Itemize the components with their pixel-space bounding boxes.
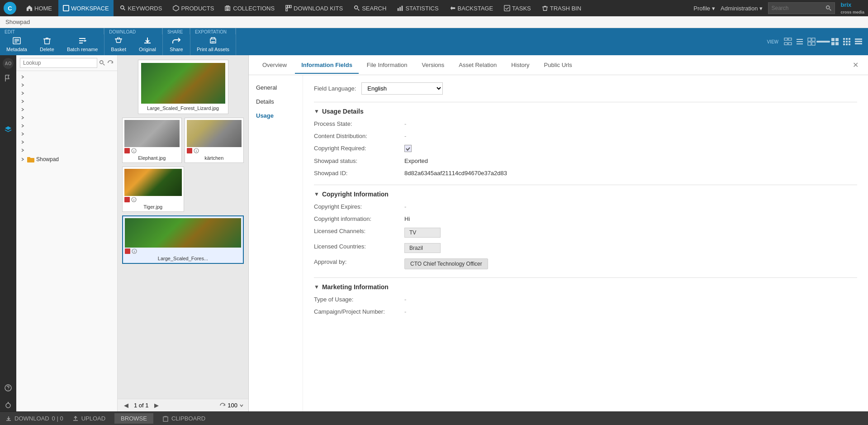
sidebar-icon-power[interactable] [2,399,14,411]
toolbar-original-btn[interactable]: Original [133,34,162,54]
nav-keywords[interactable]: KEYWORDS [115,0,167,16]
tree-item-2[interactable] [16,81,117,89]
tab-file-information[interactable]: File Information [360,57,414,74]
administration-dropdown[interactable]: Administration ▾ [721,5,763,12]
svg-rect-21 [788,43,792,45]
field-checkbox-copyright[interactable] [404,145,412,152]
tree-search-bar [16,55,117,71]
app-logo[interactable]: C [4,2,16,14]
asset-card-lizard2[interactable]: Large_Scaled_Fores... [122,215,244,264]
nav-search[interactable]: SEARCH [349,0,391,16]
prev-page-btn[interactable]: ◀ [122,401,130,409]
asset-card-kartchen[interactable]: kärtchen [185,118,244,163]
download-btn[interactable]: DOWNLOAD 0 | 0 [5,415,63,422]
field-showpad-id: Showpad ID: 8d82a6345aaf21114cd94670e37a… [314,169,857,177]
sidebar-icon-layers[interactable] [2,123,14,136]
field-language-row: Field Language: English German French Sp… [314,82,857,95]
tab-public-urls[interactable]: Public Urls [538,57,579,74]
tab-asset-relation[interactable]: Asset Relation [452,57,503,74]
marketing-info-header[interactable]: ▼ Marketing Information [314,283,857,291]
toolbar-delete-btn[interactable]: Delete [33,34,61,54]
sidebar-details[interactable]: Details [249,95,303,109]
sidebar-icon-user[interactable]: AO [3,58,14,69]
svg-rect-7 [288,5,289,8]
svg-rect-23 [812,38,815,41]
field-value-content-distribution: - [404,133,857,139]
nav-search-input[interactable] [771,5,825,11]
tree-folder-showpad[interactable]: Showpad [16,154,117,164]
tab-versions[interactable]: Versions [415,57,451,74]
nav-trash-bin[interactable]: TRASH BIN [537,0,586,16]
toolbar-basket-btn[interactable]: Basket [104,34,133,54]
tree-search-icon[interactable] [99,60,105,66]
nav-backstage[interactable]: BACKSTAGE [445,0,498,16]
tab-information-fields[interactable]: Information Fields [295,57,359,74]
nav-search-box[interactable] [768,2,835,14]
view-grid-btn[interactable] [806,37,816,47]
view-size-slider[interactable] [818,37,828,47]
nav-collections[interactable]: COLLECTIONS [220,0,279,16]
profile-dropdown[interactable]: Profile ▾ [693,5,715,12]
nav-statistics[interactable]: STATISTICS [393,0,443,16]
toolbar-share-btn[interactable]: Share [163,34,190,54]
view-list-btn[interactable] [795,37,805,47]
per-page-chevron[interactable] [239,403,244,408]
breadcrumb-bar: Showpad [0,16,868,28]
view-tree-btn[interactable] [783,37,793,47]
nav-tasks[interactable]: TASKS [499,0,536,16]
next-page-btn[interactable]: ▶ [152,401,161,409]
asset-card-tiger[interactable]: Tiger.jpg [122,167,184,212]
tree-item-1[interactable] [16,73,117,81]
field-badge-approval-by: CTO Chief Technology Officer [404,258,488,269]
detail-close-btn[interactable]: ✕ [850,60,861,71]
tree-item-3[interactable] [16,89,117,97]
tree-item-5[interactable] [16,105,117,114]
svg-rect-39 [855,38,862,40]
toolbar-metadata-btn[interactable]: Metadata [0,34,33,54]
field-label-process-state: Process State: [314,120,404,127]
tab-overview[interactable]: Overview [256,57,293,74]
svg-rect-36 [843,43,845,45]
svg-point-44 [100,61,103,64]
nav-home[interactable]: HOME [22,0,57,16]
nav-download-kits[interactable]: DOWNLOAD KITS [281,0,347,16]
field-language-label: Field Language: [314,85,356,92]
field-label-approval-by: Approval by: [314,258,404,265]
field-language-select[interactable]: English German French Spanish [361,82,443,95]
sidebar-general[interactable]: General [249,81,303,95]
view-small-grid-btn[interactable] [842,37,852,47]
field-copyright-info: Copyright information: Hi [314,215,857,223]
tree-item-8[interactable] [16,130,117,138]
field-label-content-distribution: Content Distribution: [314,133,404,139]
sidebar-icon-flag[interactable] [2,72,14,84]
tree-item-9[interactable] [16,138,117,146]
asset-card-lizard[interactable]: Large_Scaled_Forest_Lizard.jpg [138,60,228,114]
tree-search-input[interactable] [20,58,97,68]
asset-panel: Large_Scaled_Forest_Lizard.jpg Elephant.… [118,55,249,411]
tree-refresh-icon[interactable] [107,60,114,66]
copyright-info-header[interactable]: ▼ Copyright Information [314,191,857,198]
tree-item-4[interactable] [16,97,117,105]
detail-body: General Details Usage Field Language: En… [249,75,868,411]
tree-item-6[interactable] [16,114,117,122]
tree-item-7[interactable] [16,122,117,130]
sidebar-icon-question[interactable] [2,382,14,394]
browse-button[interactable]: BROWSE [114,413,153,424]
toolbar-print-btn[interactable]: Print all Assets [190,34,236,54]
tab-history[interactable]: History [505,57,536,74]
toolbar-batch-rename-btn[interactable]: Batch rename [61,34,104,54]
refresh-icon[interactable] [219,402,226,409]
nav-products[interactable]: PRODUCTS [168,0,218,16]
view-large-grid-btn[interactable] [830,37,840,47]
tree-item-10[interactable] [16,146,117,154]
sidebar-icons: AO [0,55,16,411]
nav-workspace[interactable]: WORKSPACE [58,0,114,16]
usage-details-header[interactable]: ▼ Usage Details [314,108,857,115]
sidebar-usage[interactable]: Usage [249,109,303,123]
file-tree: Showpad [16,55,118,411]
field-value-process-state: - [404,120,857,127]
asset-card-elephant[interactable]: Elephant.jpg [122,118,182,163]
clipboard-btn[interactable]: CLIPBOARD [162,415,205,422]
upload-btn[interactable]: UPLOAD [72,415,105,422]
view-detail-btn[interactable] [854,37,863,47]
